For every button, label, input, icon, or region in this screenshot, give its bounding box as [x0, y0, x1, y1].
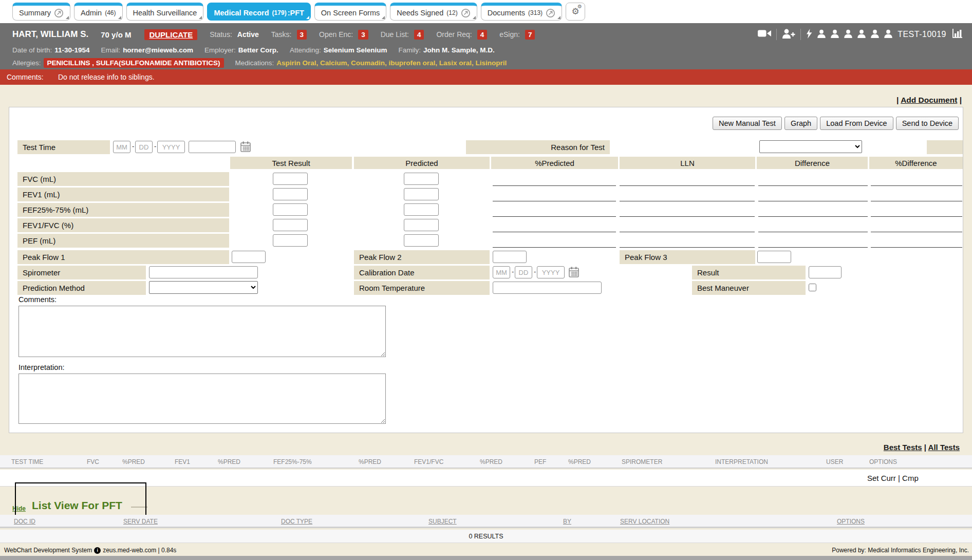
doc-col-doc-id[interactable]: DOC ID	[14, 518, 35, 525]
calibration-year-input[interactable]	[537, 266, 565, 278]
duplicate-badge[interactable]: DUPLICATE	[144, 29, 197, 40]
user-icon[interactable]	[844, 29, 852, 40]
graph-button[interactable]: Graph	[784, 117, 817, 130]
patient-allergies-row: Allergies: PENICILLINS , SULFA(SULFONAMI…	[12, 57, 507, 69]
column-header-test-result: Test Result	[230, 157, 352, 169]
pipe: |	[960, 96, 962, 104]
fvc-predicted-input[interactable]	[404, 173, 439, 185]
doc-col-options[interactable]: OPTIONS	[837, 518, 865, 525]
doc-col-serv-date[interactable]: SERV DATE	[123, 518, 158, 525]
tab-needs-signed[interactable]: Needs Signed (12)	[390, 3, 477, 21]
result-input[interactable]	[809, 266, 842, 278]
esign-count-badge[interactable]: 7	[525, 30, 535, 40]
date-separator: -	[132, 142, 134, 150]
peak-flow-1-input[interactable]	[232, 251, 266, 263]
external-link-icon[interactable]	[54, 8, 64, 18]
best-tests-link[interactable]: Best Tests	[884, 443, 922, 452]
result-label-cell: Result	[692, 266, 806, 279]
video-camera-icon[interactable]	[758, 29, 771, 40]
tab-documents[interactable]: Documents (313)	[481, 3, 562, 21]
empty-results-text: 0 RESULTS	[469, 533, 503, 540]
fev1-fvc-test-result-input[interactable]	[273, 219, 308, 231]
load-from-device-button[interactable]: Load From Device	[820, 117, 893, 130]
tab-health-surveillance[interactable]: Health Surveillance	[126, 3, 204, 21]
interpretation-textarea[interactable]	[18, 374, 386, 424]
reason-for-test-select[interactable]	[759, 140, 862, 153]
test-time-day-input[interactable]	[135, 141, 153, 153]
calibration-month-input[interactable]	[493, 266, 510, 278]
peak-flow-2-label-cell: Peak Flow 2	[354, 250, 490, 264]
tab-summary[interactable]: Summary	[12, 3, 70, 21]
focus-highlight-rectangle	[15, 482, 146, 518]
fef-predicted-input[interactable]	[404, 203, 439, 216]
test-time-month-input[interactable]	[113, 141, 130, 153]
order-req-count-badge[interactable]: 4	[477, 30, 488, 40]
new-manual-test-button[interactable]: New Manual Test	[713, 117, 782, 130]
lightning-icon[interactable]	[806, 29, 812, 41]
set-curr-link[interactable]: Set Curr	[867, 474, 896, 482]
test-time-year-input[interactable]	[157, 141, 185, 153]
fvc-pct-difference-line	[871, 185, 962, 186]
fev1-test-result-input[interactable]	[273, 188, 308, 200]
add-document-link[interactable]: Add Document	[901, 96, 957, 104]
pef-test-result-input[interactable]	[273, 234, 308, 247]
user-icon[interactable]	[871, 29, 879, 40]
tab-medical-record[interactable]: Medical Record (179) :PFT	[207, 3, 310, 21]
due-list-count-badge[interactable]: 4	[414, 30, 424, 40]
tab-on-screen-forms[interactable]: On Screen Forms	[314, 3, 386, 21]
doc-col-subject[interactable]: SUBJECT	[428, 518, 457, 525]
cmp-link[interactable]: Cmp	[902, 474, 919, 482]
tab-admin-label: Admin	[81, 9, 102, 17]
esign-label: eSign:	[499, 30, 520, 39]
open-enc-count-badge[interactable]: 3	[358, 30, 368, 40]
allergies-badge[interactable]: PENICILLINS , SULFA(SULFONAMIDE ANTIBIOT…	[44, 58, 224, 68]
add-user-icon[interactable]	[782, 29, 795, 41]
doc-col-serv-location[interactable]: SERV LOCATION	[620, 518, 669, 525]
peak-flow-2-input[interactable]	[493, 251, 527, 263]
fev1-fvc-predicted-input[interactable]	[404, 219, 439, 231]
status-label: Status:	[210, 30, 232, 39]
calendar-icon[interactable]	[569, 267, 579, 279]
doc-col-doc-type[interactable]: DOC TYPE	[281, 518, 312, 525]
tab-admin-count: (46)	[105, 9, 116, 16]
peak-flow-3-input[interactable]	[757, 251, 791, 263]
external-link-icon[interactable]	[461, 8, 471, 18]
tab-needs-signed-label: Needs Signed	[397, 9, 443, 17]
column-header-label: Difference	[795, 159, 830, 167]
row-options: Set Curr | Cmp	[867, 474, 919, 482]
room-temperature-input[interactable]	[493, 282, 602, 294]
user-icon[interactable]	[817, 29, 826, 40]
settings-button[interactable]: ⚙ ⚙	[566, 3, 585, 21]
peak-flow-1-label: Peak Flow 1	[23, 253, 65, 262]
fef-test-result-input[interactable]	[273, 203, 308, 216]
pft-form-card: New Manual Test Graph Load From Device S…	[9, 107, 963, 433]
gear-icon: ⚙	[577, 4, 582, 9]
doc-col-by[interactable]: BY	[563, 518, 571, 525]
tab-admin[interactable]: Admin (46)	[74, 3, 122, 21]
user-icon[interactable]	[884, 29, 892, 40]
pef-predicted-input[interactable]	[404, 234, 439, 247]
fef-pct-predicted-line	[493, 216, 616, 217]
pipe: |	[898, 474, 900, 482]
results-col-interpretation: INTERPRETATION	[715, 458, 768, 465]
prediction-method-select[interactable]	[149, 281, 258, 294]
test-time-time-input[interactable]	[189, 141, 236, 153]
external-link-icon[interactable]	[546, 8, 555, 18]
patient-summary-row: HART, WILLIAM S. 70 y/o M DUPLICATE Stat…	[12, 27, 535, 42]
user-icon[interactable]	[831, 29, 839, 40]
calibration-day-input[interactable]	[515, 266, 532, 278]
fev1-predicted-input[interactable]	[404, 188, 439, 200]
spirometer-input[interactable]	[149, 266, 258, 278]
all-tests-link[interactable]: All Tests	[928, 443, 960, 452]
info-icon[interactable]: i	[94, 547, 101, 554]
medications-list[interactable]: Aspirin Oral, Calcium, Coumadin, ibuprof…	[276, 59, 507, 67]
fvc-test-result-input[interactable]	[273, 173, 308, 185]
best-maneuver-checkbox[interactable]	[809, 284, 816, 291]
send-to-device-button[interactable]: Send to Device	[896, 117, 959, 130]
bar-chart-icon[interactable]	[951, 29, 963, 41]
results-col-pef: PEF	[534, 458, 546, 465]
user-icon[interactable]	[857, 29, 866, 40]
comments-textarea[interactable]	[18, 306, 386, 357]
tasks-count-badge[interactable]: 3	[297, 30, 307, 40]
calendar-icon[interactable]	[240, 141, 251, 154]
